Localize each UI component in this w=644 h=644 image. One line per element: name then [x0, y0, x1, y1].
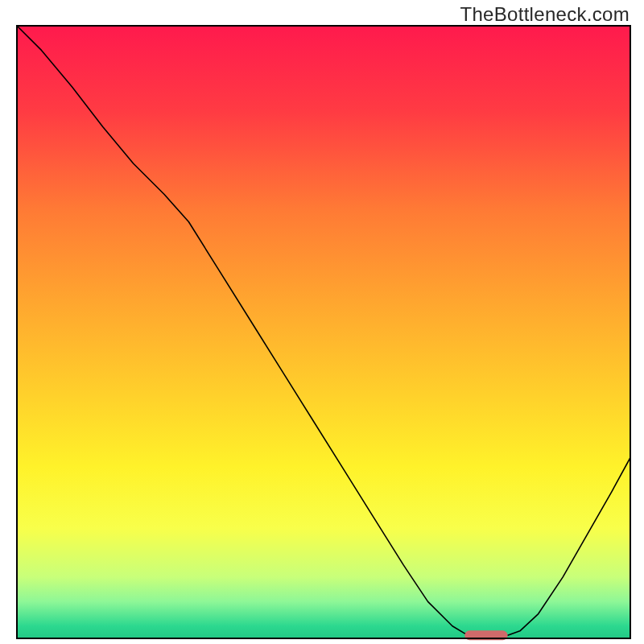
- plot-background: [17, 26, 630, 638]
- bottleneck-chart: [0, 0, 644, 644]
